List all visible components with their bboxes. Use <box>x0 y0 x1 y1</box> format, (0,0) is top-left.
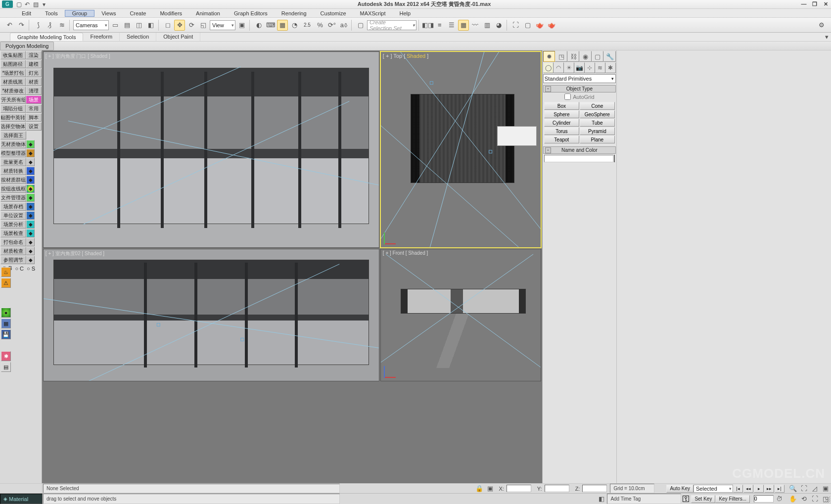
left-script-button[interactable]: 打包命名 <box>0 238 26 246</box>
left-script-button[interactable]: 收集贴图 <box>0 51 26 59</box>
left-script-button[interactable]: 模型整理器 <box>0 149 26 157</box>
left-script-button[interactable]: 文件管理器 <box>0 193 26 202</box>
left-tool-warning-icon[interactable]: ⚠ <box>1 278 11 288</box>
manipulate-button[interactable]: ◐ <box>253 20 264 31</box>
script-listener[interactable]: ◈ Material <box>0 494 43 504</box>
key-icon[interactable]: ⚿ <box>681 495 691 504</box>
goto-start-icon[interactable]: |◂ <box>733 485 743 493</box>
left-row-icon[interactable]: ◆ <box>26 211 35 220</box>
select-rotate-button[interactable]: ⟳ <box>186 20 197 31</box>
viewnav-maxtoggle-icon[interactable]: ⛶ <box>809 494 820 504</box>
left-row-icon[interactable]: ◆ <box>26 193 35 202</box>
current-frame-input[interactable] <box>754 495 774 503</box>
left-script-button[interactable]: 无材质物体 <box>0 140 26 148</box>
viewport-label[interactable]: [ + ] Top [ Shaded ] <box>383 53 428 59</box>
menu-maxscript[interactable]: MAXScript <box>353 10 393 16</box>
isolate-icon[interactable]: ▣ <box>485 483 496 494</box>
left-script-button[interactable]: *材质修改 <box>0 87 26 95</box>
keyboard-shortcut-button[interactable]: ⌨ <box>265 20 276 31</box>
left-row-icon[interactable]: ◆ <box>26 247 35 255</box>
primitive-torus-button[interactable]: Torus <box>544 127 579 135</box>
rendered-frame-button[interactable]: ▢ <box>522 20 533 31</box>
viewnav-orbit-icon[interactable]: ⟲ <box>798 494 809 504</box>
left-script-button[interactable]: *场景打包 <box>0 69 26 77</box>
object-color-swatch[interactable] <box>614 155 615 162</box>
snap-toggle-button[interactable]: ▦ <box>277 20 288 31</box>
primitive-geosphere-button[interactable]: GeoSphere <box>580 110 615 118</box>
left-script-button[interactable]: 场景分析 <box>0 220 26 229</box>
graphite-tools-button[interactable]: ▦ <box>458 20 469 31</box>
lock-selection-icon[interactable]: 🔒 <box>474 483 485 494</box>
selection-filter-combo[interactable]: Cameras <box>73 20 109 30</box>
redo-button[interactable]: ↷ <box>16 20 27 31</box>
primitive-pyramid-button[interactable]: Pyramid <box>580 127 615 135</box>
menu-customize[interactable]: Customize <box>314 10 353 16</box>
left-row-icon[interactable]: ◆ <box>26 202 35 211</box>
keymode-combo[interactable]: Selected <box>693 485 733 493</box>
qat-dropdown-icon[interactable]: ▾ <box>40 0 48 8</box>
left-script-button[interactable]: 塌陷分组 <box>0 104 26 113</box>
primitive-sphere-button[interactable]: Sphere <box>544 110 579 118</box>
left-category-button[interactable]: 常用 <box>26 104 42 113</box>
prev-frame-icon[interactable]: ◂◂ <box>743 485 753 493</box>
new-icon[interactable]: ▢ <box>15 0 23 8</box>
angle-snap-button[interactable]: ◔ <box>289 20 300 31</box>
spacewarps-button[interactable]: ≋ <box>595 62 605 73</box>
select-scale-button[interactable]: ◱ <box>198 20 209 31</box>
lights-button[interactable]: ☀ <box>564 62 574 73</box>
ribbon-collapse-icon[interactable]: ▾ <box>822 33 831 41</box>
left-script-button[interactable]: 批量更名 <box>0 158 26 166</box>
left-tool-disk-icon[interactable]: 💾 <box>1 329 11 339</box>
viewnav-zoomext-icon[interactable]: ▣ <box>820 483 831 494</box>
ribbon-tab-objectpaint[interactable]: Object Paint <box>156 33 200 41</box>
menu-modifiers[interactable]: Modifiers <box>153 10 189 16</box>
left-row-icon[interactable]: ◆ <box>26 167 35 175</box>
create-tab[interactable]: ✹ <box>543 51 555 62</box>
render-setup-button[interactable]: ⛶ <box>510 20 521 31</box>
helpers-button[interactable]: ⊹ <box>585 62 595 73</box>
ribbon-tab-graphite[interactable]: Graphite Modeling Tools <box>10 33 83 41</box>
undo-qat-icon[interactable]: ↶ <box>23 0 31 8</box>
left-script-button[interactable]: 贴图路径 <box>0 60 26 68</box>
left-script-button[interactable]: 选择空物体 <box>0 122 26 131</box>
coord-x-input[interactable] <box>507 485 531 492</box>
left-script-button[interactable]: 材质线黑 <box>0 78 26 86</box>
viewport-top[interactable]: [ + ] Top [ Shaded ] <box>380 51 541 248</box>
ribbon-tab-selection[interactable]: Selection <box>120 33 156 41</box>
primitive-teapot-button[interactable]: Teapot <box>544 136 579 143</box>
next-frame-icon[interactable]: ▸▸ <box>764 485 774 493</box>
coord-z-input[interactable] <box>582 485 607 492</box>
polygon-modeling-tab[interactable]: Polygon Modeling <box>0 42 54 50</box>
resize-grip-icon[interactable] <box>823 496 830 503</box>
mirror-button[interactable]: ◧◨ <box>422 20 433 31</box>
link-button[interactable]: ⟆ <box>33 20 44 31</box>
left-tool-grid-icon[interactable]: ▦ <box>1 319 11 328</box>
menu-rendering[interactable]: Rendering <box>275 10 314 16</box>
left-tool-fire-icon[interactable]: ♨ <box>1 267 11 277</box>
save-icon[interactable]: ▤ <box>32 0 40 8</box>
left-script-button[interactable]: 材质检查 <box>0 247 26 255</box>
curve-editor-button[interactable]: 〰 <box>470 20 481 31</box>
menu-tools[interactable]: Tools <box>38 10 65 16</box>
left-script-button[interactable]: 材质转换 <box>0 167 26 175</box>
radio-s[interactable]: ○ S <box>27 266 35 272</box>
left-category-button[interactable]: 清理 <box>26 87 42 95</box>
hierarchy-tab[interactable]: ⛓ <box>567 51 580 62</box>
left-category-button[interactable]: 灯光 <box>26 69 42 77</box>
left-row-icon[interactable]: ◆ <box>26 176 35 184</box>
viewnav-fov-icon[interactable]: ◿ <box>809 483 820 494</box>
left-script-button[interactable]: 单位设置 <box>0 211 26 220</box>
viewnav-pan-icon[interactable]: ✋ <box>787 494 798 504</box>
left-category-button[interactable]: 建模 <box>26 60 42 68</box>
primitive-cone-button[interactable]: Cone <box>580 102 615 110</box>
percent-snap-button[interactable]: % <box>315 20 325 31</box>
selection-set-combo[interactable]: Create Selection Set <box>367 20 416 30</box>
left-category-button[interactable]: 渲染 <box>26 51 42 59</box>
utilities-tab[interactable]: 🔧 <box>603 51 616 62</box>
left-row-icon[interactable]: ◆ <box>26 149 35 157</box>
select-button[interactable]: ◻ <box>162 20 173 31</box>
viewnav-zoomall-icon[interactable]: ⛶ <box>798 483 809 494</box>
left-script-button[interactable]: 按材质群组 <box>0 176 26 184</box>
time-config-button[interactable]: ⏱ <box>774 494 785 504</box>
play-icon[interactable]: ▸ <box>754 485 764 493</box>
